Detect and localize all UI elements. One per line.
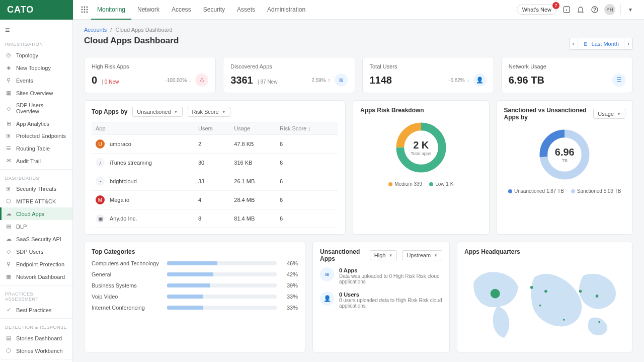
svg-point-23: [596, 295, 599, 298]
sidebar-item-label: SDP Users: [16, 249, 43, 255]
category-row[interactable]: Business Systems39%: [92, 282, 298, 288]
table-row[interactable]: ♪iTunes streaming30316 KB6: [92, 154, 338, 172]
hamburger-icon[interactable]: ≡: [0, 23, 72, 38]
sidebar-item-label: DLP: [16, 224, 27, 230]
sidebar-item-security-threats[interactable]: ⛨Security Threats: [0, 183, 72, 195]
risk-donut: 2 KTotal apps: [393, 120, 449, 175]
nav-tab-access[interactable]: Access: [166, 0, 197, 20]
nav-tab-administration[interactable]: Administration: [261, 0, 311, 20]
sidebar-item-topology[interactable]: ◎Topology: [0, 49, 72, 61]
help-icon[interactable]: [590, 5, 599, 14]
world-map[interactable]: [464, 260, 625, 346]
sidebar-item-mitre-att-ck[interactable]: ⬡MITRE ATT&CK: [0, 195, 72, 207]
sidebar-item-network-dashboard[interactable]: ▦Network Dashboard: [0, 270, 72, 283]
bell-icon[interactable]: [576, 5, 585, 14]
sanctioned-legend: Unsanctioned 1.87 TBSanctioned 5.09 TB: [508, 188, 621, 194]
nav-tab-network[interactable]: Network: [131, 0, 166, 20]
whats-new-button[interactable]: What's New 7: [517, 5, 557, 15]
date-range-label[interactable]: 🗓 Last Month: [578, 39, 624, 49]
date-next-icon[interactable]: ›: [624, 38, 632, 49]
sidebar-item-sdp-users[interactable]: ◇SDP Users: [0, 245, 72, 258]
sidebar-item-label: Events: [16, 78, 33, 84]
top-apps-filter1[interactable]: Unsanctioned▼: [132, 107, 182, 117]
sidebar-item-sdp-users-overview[interactable]: ◇SDP Users Overview: [0, 99, 72, 117]
sidebar-item-label: Endpoint Protection: [16, 261, 64, 267]
sidebar-item-label: App Analytics: [16, 121, 49, 127]
warning-icon[interactable]: ⚠: [195, 74, 208, 87]
risk-breakdown-card: Apps Risk Breakdown 2 KTotal apps Medium…: [353, 100, 490, 235]
table-row[interactable]: ▣Any.do Inc.881.4 MB6: [92, 209, 338, 228]
avatar[interactable]: YH: [604, 4, 615, 15]
table-header[interactable]: Users: [194, 122, 230, 135]
legend-item: Sanctioned 5.09 TB: [571, 188, 621, 194]
sidebar-icon: ▦: [5, 273, 12, 280]
sidebar-item-best-practices[interactable]: ✓Best Practices: [0, 304, 72, 316]
nav-tab-monitoring[interactable]: Monitoring: [91, 0, 131, 20]
sidebar-icon: ✉: [5, 158, 12, 164]
table-header[interactable]: Risk Score ↓: [276, 122, 338, 135]
sidebar-item-routing-table[interactable]: ☰Routing Table: [0, 142, 72, 155]
sidebar-item-protected-endpoints[interactable]: ⛨Protected Endpoints: [0, 130, 72, 142]
table-header[interactable]: App: [92, 122, 194, 135]
content: Accounts / Cloud Apps Dashboard Cloud Ap…: [73, 20, 644, 362]
nav-tab-assets[interactable]: Assets: [231, 0, 261, 20]
sidebar-item-label: Protected Endpoints: [16, 133, 66, 139]
app-icon: ♪: [96, 158, 105, 167]
top-apps-filter2[interactable]: Risk Score▼: [188, 107, 230, 117]
whats-new-label: What's New: [522, 7, 551, 13]
sidebar-item-saas-security-api[interactable]: ☁SaaS Security API: [0, 233, 72, 245]
kpi-high-risk: High Risk Apps 0 | 0 New -100.00% ↓ ⚠: [84, 57, 216, 93]
svg-point-6: [82, 12, 83, 13]
date-range-picker[interactable]: ‹ 🗓 Last Month ›: [569, 38, 633, 50]
app-switcher-icon[interactable]: [78, 6, 91, 13]
sidebar-item-new-topology[interactable]: ◈New Topology: [0, 61, 72, 74]
category-row[interactable]: Voip Video33%: [92, 294, 298, 300]
breadcrumb-parent[interactable]: Accounts: [84, 27, 107, 33]
sidebar-icon: ▤: [5, 335, 12, 341]
sidebar-icon: ▦: [5, 90, 12, 96]
sanctioned-card: Sanctioned vs Unsanctioned Apps by Usage…: [497, 100, 633, 235]
sidebar-icon: ◇: [5, 105, 12, 112]
nav-tab-security[interactable]: Security: [197, 0, 231, 20]
category-row[interactable]: Internet Conferencing33%: [92, 305, 298, 311]
sidebar-item-app-analytics[interactable]: ⊞App Analytics: [0, 117, 72, 130]
info-icon[interactable]: [562, 5, 571, 14]
sidebar-item-events[interactable]: ⚲Events: [0, 74, 72, 87]
sidebar-item-label: Routing Table: [16, 146, 50, 152]
app-name: brightcloud: [110, 178, 137, 184]
account-dropdown-icon[interactable]: ▾: [626, 5, 635, 14]
sanctioned-filter[interactable]: Usage▼: [593, 109, 625, 119]
app-users: 33: [194, 172, 230, 191]
sidebar-item-cloud-apps[interactable]: ☁Cloud Apps: [0, 207, 72, 220]
section-label: INVESTIGATION: [0, 38, 72, 49]
date-prev-icon[interactable]: ‹: [570, 38, 578, 49]
sidebar-item-label: Topology: [16, 52, 38, 58]
category-row[interactable]: Computers and Technology46%: [92, 260, 298, 266]
sidebar-item-stories-workbench[interactable]: ⬡Stories Workbench: [0, 344, 72, 357]
app-score: 6: [276, 191, 338, 209]
stack-icon[interactable]: ≋: [335, 74, 348, 87]
sidebar-item-stories-dashboard[interactable]: ▤Stories Dashboard: [0, 332, 72, 344]
list-icon[interactable]: ☰: [612, 74, 625, 87]
table-row[interactable]: ~brightcloud3326.1 MB6: [92, 172, 338, 191]
main-nav: MonitoringNetworkAccessSecurityAssetsAdm…: [91, 0, 311, 19]
table-row[interactable]: MMega io428.4 MB6: [92, 191, 338, 209]
top-apps-table: AppUsersUsageRisk Score ↓ Uumbraco247.8 …: [92, 122, 338, 228]
breadcrumb-sep: /: [110, 27, 112, 33]
sidebar-icon: ☁: [5, 236, 12, 242]
legend-item: Medium 339: [388, 181, 422, 187]
unsanctioned-filter2[interactable]: Upstream▼: [402, 250, 442, 260]
user-icon[interactable]: 👤: [473, 74, 487, 87]
category-row[interactable]: General42%: [92, 271, 298, 277]
table-header[interactable]: Usage: [230, 122, 276, 135]
categories-card: Top Categories Computers and Technology4…: [84, 242, 305, 352]
table-row[interactable]: Uumbraco247.8 KB6: [92, 135, 338, 154]
sidebar-item-audit-trail[interactable]: ✉Audit Trail: [0, 155, 72, 167]
sidebar-item-endpoint-protection[interactable]: ⚲Endpoint Protection: [0, 258, 72, 270]
unsanctioned-filter1[interactable]: High▼: [370, 250, 397, 260]
sidebar-item-sites-overview[interactable]: ▦Sites Overview: [0, 87, 72, 99]
sidebar-item-dlp[interactable]: ▤DLP: [0, 220, 72, 233]
logo[interactable]: CATO: [0, 0, 73, 20]
svg-point-18: [491, 289, 500, 299]
app-users: 8: [194, 209, 230, 228]
